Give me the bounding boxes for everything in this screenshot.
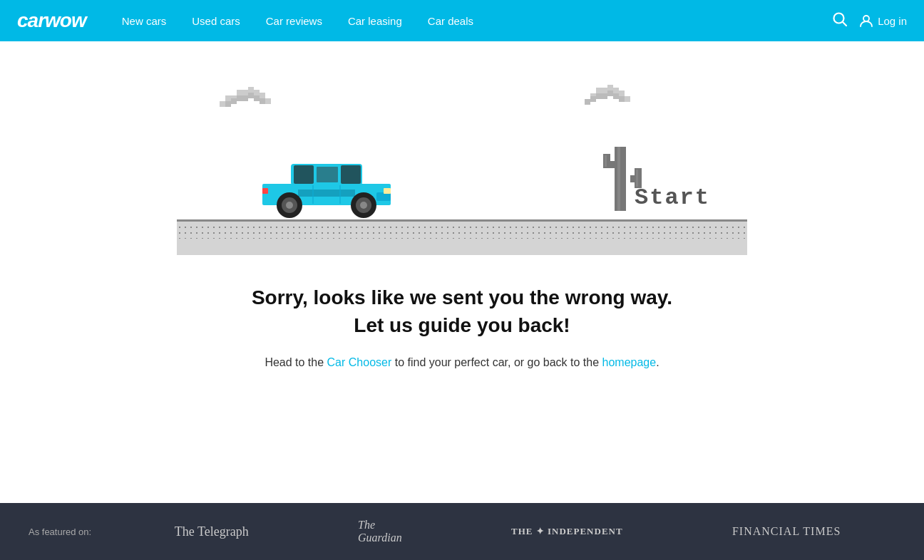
svg-rect-23 [613,88,619,93]
svg-rect-21 [602,88,607,93]
subtext-middle: to find your perfect car, or go back to … [391,356,602,368]
svg-rect-28 [607,90,613,96]
svg-rect-6 [248,87,254,93]
svg-rect-47 [262,188,268,194]
footer-featured-label: As featured on: [29,527,91,537]
svg-rect-48 [312,185,314,204]
homepage-link[interactable]: homepage [602,356,657,368]
login-button[interactable]: Log in [859,14,907,28]
svg-rect-29 [613,93,619,99]
nav-link-car-reviews[interactable]: Car reviews [253,0,335,41]
svg-rect-8 [260,93,265,98]
navbar-actions: Log in [832,11,907,31]
svg-rect-35 [341,165,361,184]
svg-rect-30 [619,96,625,102]
svg-rect-24 [619,90,625,96]
svg-rect-27 [602,93,607,99]
nav-link-car-leasing[interactable]: Car leasing [335,0,415,41]
svg-rect-14 [254,95,260,101]
game-scene: Start [177,70,747,255]
footer-logo-telegraph: The Telegraph [175,524,249,539]
svg-rect-36 [294,165,314,184]
start-text: Start [635,185,710,211]
logo-text: carwow [17,9,86,31]
svg-line-1 [843,21,846,25]
svg-rect-12 [242,95,248,101]
error-heading-line2: Let us guide you back! [354,314,570,336]
svg-rect-4 [237,90,242,95]
search-icon[interactable] [832,11,848,31]
svg-rect-16 [265,98,271,104]
navbar: carwow New cars Used cars Car reviews Ca… [0,0,924,41]
error-heading: Sorry, looks like we sent you the wrong … [252,284,672,339]
svg-rect-56 [605,155,607,167]
svg-rect-46 [384,188,391,194]
footer-logos: The Telegraph TheGuardian THE ✦ INDEPEND… [120,519,895,544]
footer: As featured on: The Telegraph TheGuardia… [0,503,924,560]
svg-rect-37 [317,167,338,182]
svg-rect-5 [242,90,248,95]
svg-rect-26 [596,93,602,99]
svg-rect-20 [596,88,602,93]
footer-logo-independent: THE ✦ INDEPENDENT [511,526,623,537]
svg-rect-25 [590,96,596,102]
error-heading-line1: Sorry, looks like we sent you the wrong … [252,286,672,308]
ground-texture [177,224,747,239]
svg-rect-38 [298,190,355,197]
subtext-end: . [656,356,659,368]
svg-point-41 [286,202,293,209]
cloud-left [220,84,284,115]
footer-logo-guardian: TheGuardian [358,519,402,544]
nav-link-car-deals[interactable]: Car deals [415,0,486,41]
error-subtext: Head to the Car Chooser to find your per… [265,356,659,369]
pixel-car [255,148,398,222]
svg-rect-7 [254,90,260,95]
car-chooser-link[interactable]: Car Chooser [327,356,392,368]
svg-rect-13 [248,93,254,98]
svg-rect-31 [625,96,630,102]
svg-rect-10 [231,98,237,104]
svg-rect-32 [585,99,590,105]
main-content: Start Sorry, looks like we sent you the … [0,41,924,503]
svg-rect-18 [220,101,225,107]
logo[interactable]: carwow [17,9,86,32]
nav-link-used-cars[interactable]: Used cars [179,0,253,41]
svg-rect-55 [617,147,620,211]
svg-point-44 [360,202,367,209]
nav-links: New cars Used cars Car reviews Car leasi… [109,0,832,41]
svg-rect-9 [225,95,231,101]
login-label: Log in [878,15,907,27]
footer-logo-ft: FINANCIAL TIMES [732,525,841,538]
svg-rect-17 [225,101,231,107]
svg-point-2 [863,16,869,21]
cloud-cactus [585,85,635,113]
ground [177,219,747,255]
svg-rect-15 [260,98,265,104]
svg-rect-49 [339,185,341,204]
nav-link-new-cars[interactable]: New cars [109,0,180,41]
subtext-before: Head to the [265,356,327,368]
svg-rect-22 [607,85,613,90]
svg-rect-11 [237,95,242,101]
